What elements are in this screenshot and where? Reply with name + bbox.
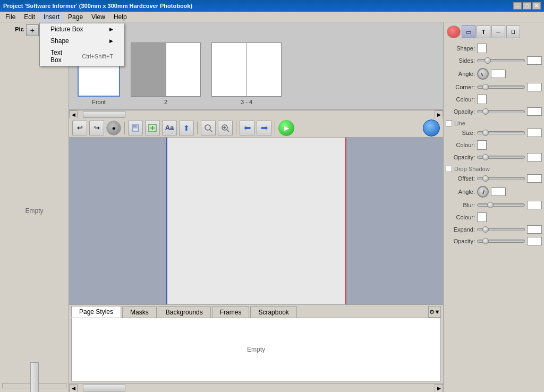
line-section-header: Line: [446, 120, 542, 126]
thumb-hscroll[interactable]: ◀ ▶: [69, 110, 443, 118]
thumb-3-4-box[interactable]: [211, 42, 282, 97]
thumb-2-label: 2: [164, 99, 167, 105]
menu-insert[interactable]: Insert Picture Box ▶ Shape ▶ Text Box Ct…: [39, 12, 64, 22]
minimize-button[interactable]: ─: [513, 2, 522, 10]
bottom-hscroll[interactable]: ◀ ▶: [69, 384, 443, 392]
scroll-thumb[interactable]: [83, 111, 125, 118]
shape-color-box[interactable]: [477, 44, 487, 53]
menu-help[interactable]: Help: [109, 12, 131, 22]
canvas-area: [69, 138, 443, 304]
right-toolbar: ▭ T ─ 🗋: [446, 24, 542, 39]
shadow-opacity-row: Opacity:: [446, 237, 542, 245]
add-object-button[interactable]: [145, 121, 160, 135]
sidebar-empty-label: Empty: [25, 207, 43, 215]
right-tool-page[interactable]: 🗋: [506, 25, 520, 38]
line-size-value[interactable]: [527, 129, 542, 137]
thumb-2-box[interactable]: [131, 42, 201, 97]
bottom-scroll-track[interactable]: [78, 384, 435, 392]
right-tool-color[interactable]: [447, 25, 461, 38]
thumb-3-4[interactable]: 3 - 4: [211, 42, 282, 105]
expand-slider[interactable]: [477, 228, 525, 231]
tab-settings-button[interactable]: ⚙▼: [428, 306, 441, 318]
insert-text-box[interactable]: Text Box Ctrl+Shift+T: [40, 47, 124, 66]
colour-label: Colour:: [446, 96, 475, 103]
colour-color-box[interactable]: [477, 95, 487, 104]
next-page-button[interactable]: ➡: [257, 121, 271, 135]
shadow-opacity-label: Opacity:: [446, 238, 475, 244]
redo-button[interactable]: ↪: [89, 121, 104, 135]
svg-rect-2: [133, 129, 138, 131]
maximize-button[interactable]: □: [523, 2, 531, 10]
opacity-slider[interactable]: [477, 110, 525, 113]
shadow-angle-value[interactable]: [491, 188, 506, 196]
title-text: Project 'Software Informer' (300mm x 300…: [3, 3, 192, 9]
close-button[interactable]: ✕: [532, 2, 541, 10]
save-button[interactable]: [128, 121, 143, 135]
tab-masks[interactable]: Masks: [122, 306, 157, 318]
expand-row: Expand:: [446, 225, 542, 234]
offset-slider[interactable]: [477, 177, 525, 180]
right-tool-text[interactable]: T: [477, 25, 490, 38]
sidebar-add-button[interactable]: +: [26, 24, 39, 36]
bottom-area: Page Styles Masks Backgrounds Frames Scr…: [69, 304, 443, 392]
record-button[interactable]: ●: [106, 121, 121, 135]
corner-slider[interactable]: [477, 86, 525, 89]
insert-picture-box[interactable]: Picture Box ▶: [40, 23, 124, 35]
shadow-opacity-value[interactable]: [527, 237, 542, 245]
angle-dial[interactable]: [477, 68, 489, 80]
bottom-scroll-left[interactable]: ◀: [69, 384, 78, 393]
corner-value[interactable]: [527, 83, 542, 91]
menu-page[interactable]: Page: [64, 12, 87, 22]
picture-box-label: Picture Box: [50, 25, 83, 33]
shadow-opacity-slider[interactable]: [477, 240, 525, 243]
tab-frames[interactable]: Frames: [212, 306, 250, 318]
insert-shape[interactable]: Shape ▶: [40, 35, 124, 47]
drop-shadow-checkbox[interactable]: [446, 166, 452, 172]
right-tool-line[interactable]: ─: [491, 25, 505, 38]
sides-slider[interactable]: [477, 59, 525, 62]
scroll-left-btn[interactable]: ◀: [69, 110, 78, 119]
thumb-2[interactable]: 2: [131, 42, 201, 105]
line-opacity-value[interactable]: [527, 153, 542, 161]
menu-view[interactable]: View: [87, 12, 109, 22]
tab-backgrounds[interactable]: Backgrounds: [158, 306, 211, 318]
shadow-colour-box[interactable]: [477, 212, 487, 222]
prev-page-button[interactable]: ⬅: [240, 121, 254, 135]
sidebar-scrollbar[interactable]: [2, 381, 66, 390]
text-button[interactable]: Aa: [162, 121, 177, 135]
menu-edit[interactable]: Edit: [20, 12, 39, 22]
play-button[interactable]: ▶: [278, 120, 294, 136]
title-controls: ─ □ ✕: [513, 2, 541, 10]
shape-arrow: ▶: [109, 38, 113, 44]
line-size-slider[interactable]: [477, 131, 525, 134]
line-checkbox[interactable]: [446, 120, 452, 126]
page-canvas[interactable]: [166, 138, 346, 304]
line-opacity-slider[interactable]: [477, 156, 525, 159]
angle-label: Angle:: [446, 71, 475, 77]
upload-button[interactable]: ⬆: [179, 121, 194, 135]
bottom-scroll-right[interactable]: ▶: [435, 384, 443, 393]
blur-slider[interactable]: [477, 203, 525, 207]
menu-file[interactable]: File: [1, 12, 20, 22]
line-size-row: Size:: [446, 129, 542, 137]
right-tool-shape[interactable]: ▭: [462, 25, 475, 38]
scroll-right-btn[interactable]: ▶: [435, 110, 443, 119]
undo-button[interactable]: ↩: [72, 121, 87, 135]
zoom-in-button[interactable]: [218, 121, 233, 135]
tab-page-styles[interactable]: Page Styles: [71, 306, 121, 318]
scroll-track[interactable]: [78, 110, 435, 118]
opacity-value[interactable]: [527, 107, 542, 116]
bottom-scroll-thumb[interactable]: [83, 385, 125, 391]
cart-button[interactable]: 🛒: [423, 120, 440, 137]
angle-value[interactable]: [491, 70, 506, 78]
line-colour-box[interactable]: [477, 140, 487, 150]
expand-value[interactable]: [527, 225, 542, 234]
blur-value[interactable]: [527, 201, 542, 209]
sides-value[interactable]: [527, 56, 542, 65]
shadow-colour-label: Colour:: [446, 214, 475, 220]
zoom-fit-button[interactable]: [201, 121, 216, 135]
shadow-angle-dial[interactable]: [477, 186, 489, 198]
shadow-colour-row: Colour:: [446, 212, 542, 222]
offset-value[interactable]: [527, 174, 542, 183]
tab-scrapbook[interactable]: Scrapbook: [250, 306, 296, 318]
